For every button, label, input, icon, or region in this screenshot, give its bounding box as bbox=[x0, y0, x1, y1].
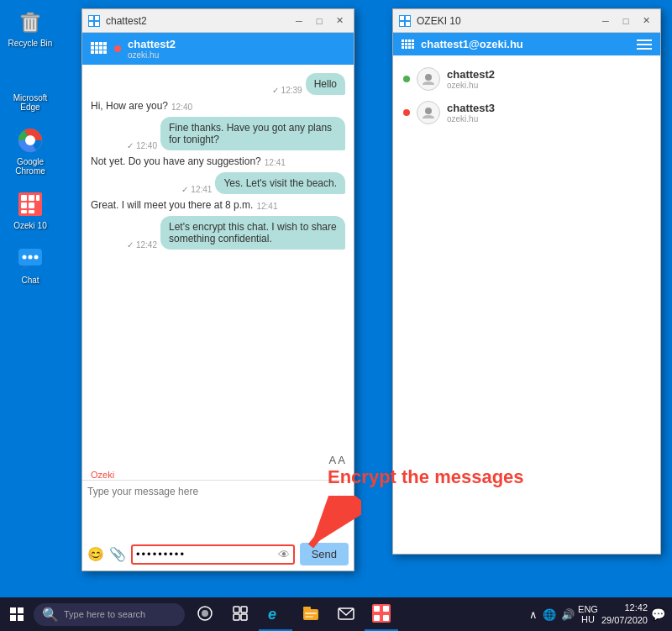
ozeki10-close[interactable]: ✕ bbox=[637, 13, 655, 29]
message-5: ✓ 12:41 Yes. Let's visit the beach. bbox=[91, 172, 345, 194]
svg-rect-31 bbox=[400, 16, 404, 20]
svg-rect-45 bbox=[303, 607, 311, 610]
svg-rect-46 bbox=[305, 613, 317, 614]
msg-text-6: Great. I will meet you there at 8 p.m. bbox=[91, 199, 253, 211]
microsoft-edge-icon[interactable]: e Microsoft Edge bbox=[3, 58, 57, 115]
edge-label: Microsoft Edge bbox=[7, 93, 54, 112]
msg-time-7: ✓ 12:42 bbox=[127, 240, 157, 250]
message-3: ✓ 12:40 Fine thanks. Have you got any pl… bbox=[91, 117, 345, 150]
svg-rect-34 bbox=[406, 22, 410, 26]
ozeki10-minimize[interactable]: ─ bbox=[596, 13, 615, 29]
contact-status-red-2 bbox=[403, 109, 410, 116]
msg-check-7: ✓ bbox=[127, 240, 134, 250]
svg-rect-2 bbox=[27, 13, 34, 15]
message-7: ✓ 12:42 Let's encrypt this chat. I wish … bbox=[91, 216, 345, 250]
font-size-label: A A bbox=[328, 454, 345, 466]
contact-name-2: chattest3 bbox=[447, 102, 650, 114]
taskbar-mail[interactable] bbox=[329, 597, 363, 631]
svg-rect-11 bbox=[21, 195, 27, 201]
msg-bubble-3: Fine thanks. Have you got any plans for … bbox=[160, 117, 345, 150]
contact-avatar-1 bbox=[417, 67, 440, 91]
clock-date: 29/07/2020 bbox=[601, 614, 648, 627]
contact-status-green-1 bbox=[403, 76, 410, 82]
msg-row-right-1: ✓ 12:39 Hello bbox=[91, 73, 345, 95]
svg-point-21 bbox=[29, 255, 33, 260]
ozeki10-window-icon bbox=[398, 14, 412, 28]
msg-row-right-5: ✓ 12:41 Yes. Let's visit the beach. bbox=[91, 172, 345, 194]
msg-check-1: ✓ bbox=[272, 86, 279, 95]
taskbar-cortana[interactable] bbox=[188, 597, 222, 631]
chattest2-window: chattest2 ─ □ ✕ chattest2 ozeki.hu bbox=[81, 8, 354, 571]
msg-text-2: Hi, How are you? bbox=[91, 100, 168, 112]
volume-icon: 🔊 bbox=[561, 608, 575, 621]
chat-status-dot bbox=[114, 45, 121, 52]
svg-text:e: e bbox=[20, 65, 32, 90]
svg-point-36 bbox=[425, 108, 432, 114]
ozeki-label: Ozeki bbox=[82, 468, 354, 480]
contact-name-1: chattest2 bbox=[447, 68, 650, 81]
msg-time-2: 12:40 bbox=[171, 103, 192, 112]
taskbar-explorer[interactable] bbox=[294, 597, 328, 631]
chat-messages: ✓ 12:39 Hello Hi, How are you? 12:40 bbox=[82, 65, 354, 452]
window-controls: ─ □ ✕ bbox=[290, 13, 349, 29]
msg-time-4: 12:41 bbox=[265, 158, 286, 167]
contact-sub-2: ozeki.hu bbox=[447, 114, 650, 124]
search-icon: 🔍 bbox=[42, 607, 59, 623]
chattest2-title: chattest2 bbox=[106, 15, 290, 27]
chevron-up-icon[interactable]: ∧ bbox=[529, 608, 538, 621]
language-indicator: ENG HU bbox=[578, 604, 598, 624]
svg-rect-15 bbox=[29, 202, 34, 208]
taskbar-edge[interactable]: e bbox=[259, 597, 292, 631]
clock-time: 12:42 bbox=[601, 602, 648, 614]
msg-row-left-4: Not yet. Do you have any suggestion? 12:… bbox=[91, 155, 345, 167]
svg-rect-39 bbox=[234, 607, 239, 613]
google-chrome-icon[interactable]: Google Chrome bbox=[3, 122, 57, 179]
msg-row-left-2: Hi, How are you? 12:40 bbox=[91, 100, 345, 112]
recycle-bin-label: Recycle Bin bbox=[8, 39, 53, 48]
svg-rect-33 bbox=[400, 22, 404, 26]
message-6: Great. I will meet you there at 8 p.m. 1… bbox=[91, 199, 345, 211]
contact-avatar-2 bbox=[417, 101, 440, 124]
contact-item-2[interactable]: chattest3 ozeki.hu bbox=[400, 96, 654, 129]
svg-rect-53 bbox=[383, 615, 389, 621]
ozeki10-maximize[interactable]: □ bbox=[617, 13, 635, 29]
msg-row-left-6: Great. I will meet you there at 8 p.m. 1… bbox=[91, 199, 345, 211]
svg-line-29 bbox=[311, 504, 344, 546]
password-input[interactable] bbox=[136, 548, 278, 560]
taskbar: 🔍 Type here to search e bbox=[0, 597, 672, 631]
msg-bubble-5: Yes. Let's visit the beach. bbox=[215, 172, 345, 194]
desktop-icons: Recycle Bin e Microsoft Edge bbox=[3, 3, 57, 288]
maximize-button[interactable]: □ bbox=[310, 13, 328, 29]
taskbar-right: ∧ 🌐 🔊 ENG HU 12:42 29/07/2020 💬 bbox=[529, 602, 672, 628]
notification-icon[interactable]: 💬 bbox=[651, 607, 665, 621]
minimize-button[interactable]: ─ bbox=[290, 13, 308, 29]
taskbar-ozeki[interactable] bbox=[365, 597, 398, 631]
svg-rect-12 bbox=[29, 195, 34, 201]
close-button[interactable]: ✕ bbox=[330, 13, 349, 29]
ozeki-header: chattest1@ozeki.hu bbox=[393, 33, 660, 55]
taskbar-apps: e bbox=[188, 597, 398, 631]
emoji-button[interactable]: 😊 bbox=[87, 546, 104, 562]
encrypt-label: Encrypt the messages bbox=[328, 466, 524, 488]
message-4: Not yet. Do you have any suggestion? 12:… bbox=[91, 155, 345, 167]
ozeki10-desktop-icon[interactable]: Ozeki 10 bbox=[3, 186, 57, 234]
svg-point-20 bbox=[23, 255, 27, 260]
recycle-bin-icon[interactable]: Recycle Bin bbox=[3, 3, 57, 51]
hamburger-menu[interactable] bbox=[637, 39, 652, 50]
taskbar-search[interactable]: 🔍 Type here to search bbox=[34, 603, 185, 626]
taskbar-task-view[interactable] bbox=[223, 597, 257, 631]
svg-rect-47 bbox=[305, 616, 313, 618]
svg-marker-19 bbox=[20, 266, 30, 271]
message-1: ✓ 12:39 Hello bbox=[91, 73, 345, 95]
system-clock: 12:42 29/07/2020 bbox=[601, 602, 648, 628]
msg-row-right-7: ✓ 12:42 Let's encrypt this chat. I wish … bbox=[91, 216, 345, 250]
chat-desktop-icon[interactable]: Chat bbox=[3, 240, 57, 288]
msg-check-3: ✓ bbox=[127, 141, 134, 150]
chat-label: Chat bbox=[21, 276, 39, 285]
chrome-label: Google Chrome bbox=[7, 157, 54, 176]
attach-button[interactable]: 📎 bbox=[109, 546, 126, 562]
start-button[interactable] bbox=[0, 597, 34, 631]
svg-rect-16 bbox=[21, 210, 27, 213]
svg-rect-32 bbox=[406, 16, 410, 20]
contact-item-1[interactable]: chattest2 ozeki.hu bbox=[400, 62, 654, 96]
